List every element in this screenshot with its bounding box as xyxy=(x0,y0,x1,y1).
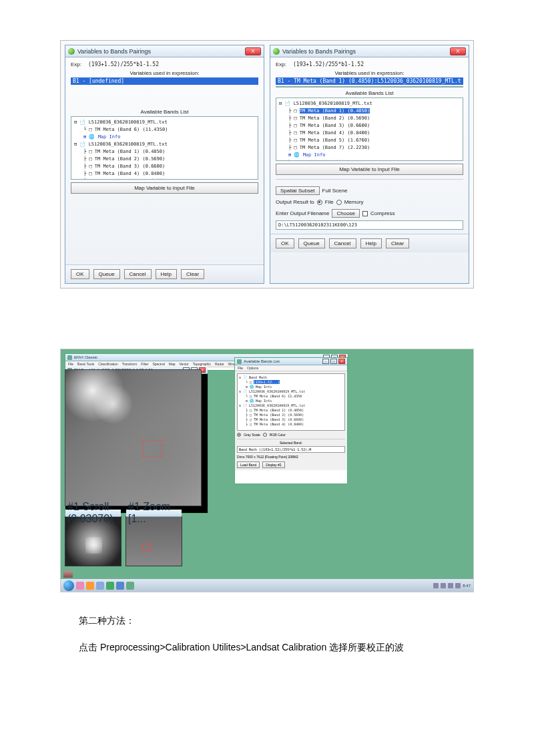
tree-band[interactable]: ├ □ TM Meta (Band 5) (1.6760) xyxy=(74,178,255,180)
taskbar-icon[interactable] xyxy=(126,582,134,590)
cancel-button[interactable]: Cancel xyxy=(329,238,356,248)
taskbar-icon[interactable] xyxy=(116,582,124,590)
enter-filename-label: Enter Output Filename xyxy=(276,210,329,216)
close-icon[interactable]: × xyxy=(338,359,345,364)
clock: 8:47 xyxy=(463,584,471,588)
start-button[interactable] xyxy=(63,580,74,591)
menu-item[interactable]: Filter xyxy=(141,362,148,366)
maximize-icon[interactable]: □ xyxy=(330,359,337,364)
map-variable-button[interactable]: Map Variable to Input File xyxy=(276,164,463,175)
menu-item[interactable]: Transform xyxy=(122,362,138,366)
bands-tree[interactable]: ⊟ 📄 L5120036_03620100819_MTL.txt └ □ TM … xyxy=(71,116,258,180)
gray-radio[interactable] xyxy=(237,433,241,437)
full-scene-label: Full Scene xyxy=(322,188,348,194)
taskbar-icon[interactable] xyxy=(86,582,94,590)
tree-band[interactable]: ├ □ TM Meta (Band 3) (0.6600) xyxy=(74,163,255,170)
help-button[interactable]: Help xyxy=(360,238,382,248)
menu-item[interactable]: Basic Tools xyxy=(77,362,94,366)
tree-band[interactable]: ├ □ TM Meta (Band 4) (0.8400) xyxy=(74,170,255,178)
vars-label: Variables used in expression: xyxy=(276,70,463,76)
bandlist-title: Available Bands List xyxy=(244,359,320,363)
selection-box[interactable] xyxy=(142,440,162,457)
scroll-thumbnail[interactable]: #1 Scroll (0.03070) xyxy=(65,516,121,566)
minimize-icon[interactable]: − xyxy=(322,359,329,364)
tree-mapinfo[interactable]: ⊞ 🌐 Map Info xyxy=(74,134,255,141)
tray-icon[interactable] xyxy=(448,583,453,588)
selected-band-label: Selected Band: xyxy=(237,439,345,445)
tree-file[interactable]: ⊟ 📄 L5120036_03620100819_MTL.txt xyxy=(279,100,460,108)
choose-button[interactable]: Choose xyxy=(332,209,360,218)
tree-mapinfo[interactable]: ⊞ 🌐 Map Info xyxy=(279,152,460,159)
menu-item[interactable]: Options xyxy=(247,366,258,370)
menu-item[interactable]: Radar xyxy=(215,362,224,366)
help-button[interactable]: Help xyxy=(156,269,177,279)
variable-selection[interactable]: B1 - [undefined] xyxy=(71,77,258,85)
scrollbar[interactable] xyxy=(276,86,463,87)
loadband-button[interactable]: Load Band xyxy=(237,461,260,468)
tree-band[interactable]: ├ □ TM Meta (Band 2) (0.5690) xyxy=(279,115,460,122)
ok-button[interactable]: OK xyxy=(71,269,89,279)
tree-file[interactable]: ⊟ 📄 L5120036_03620100819_MTL.txt xyxy=(74,141,255,148)
menu-item[interactable]: Topographic xyxy=(193,362,211,366)
tree-file[interactable]: ⊟ 📄 L5120036_03620100819_MTL.txt xyxy=(74,119,255,126)
display-button[interactable]: Display #2 xyxy=(262,461,284,468)
memory-radio[interactable] xyxy=(336,200,342,205)
window-title: Variables to Bands Pairings xyxy=(282,48,447,55)
tree-band[interactable]: ├ □ TM Meta (Band 4) (0.8400) xyxy=(279,130,460,137)
clear-button[interactable]: Clear xyxy=(386,238,409,248)
cancel-button[interactable]: Cancel xyxy=(124,269,152,279)
menu-item[interactable]: Vector xyxy=(180,362,189,366)
bandlist-menubar[interactable]: File Options xyxy=(235,365,347,371)
tree-band[interactable]: ├ □ TM Meta (Band 7) (2.2230) xyxy=(279,144,460,152)
menu-item[interactable]: Classification xyxy=(98,362,117,366)
taskbar-icon[interactable] xyxy=(96,582,104,590)
file-radio[interactable] xyxy=(317,200,322,205)
exp-value: (193+1.52)/255*b1-1.52 xyxy=(88,61,258,67)
compress-checkbox[interactable] xyxy=(362,211,368,216)
rgb-radio[interactable] xyxy=(263,433,267,437)
figure-desktop: ENVI Classic −□× File Basic Tools Classi… xyxy=(60,349,474,592)
ok-button[interactable]: OK xyxy=(276,238,294,248)
tree-band[interactable]: └ □ TM Meta (Band 6) (11.4350) xyxy=(74,126,255,134)
tray-icon[interactable] xyxy=(455,583,461,588)
satellite-image[interactable] xyxy=(65,369,202,506)
output-result-label: Output Result to xyxy=(276,199,314,205)
tree-file[interactable]: ⊟ 📄 L5120036_03620100819_MTL.txt xyxy=(279,159,460,161)
memory-label: Memory xyxy=(344,199,364,205)
menu-item[interactable]: Map xyxy=(169,362,176,366)
desktop-icon[interactable] xyxy=(63,571,73,578)
tray-icon[interactable] xyxy=(433,583,439,588)
tree-band[interactable]: ├ □ TM Meta (Band 5) (1.6760) xyxy=(279,137,460,144)
variable-selection[interactable]: B1 - TM Meta (Band 1) (0.4850):L5120036_… xyxy=(276,77,463,85)
bandlist-window: Available Bands List −□× File Options ⊟ … xyxy=(234,357,348,484)
bands-tree[interactable]: ⊟ 📄 L5120036_03620100819_MTL.txt ├ □ TM … xyxy=(276,98,463,161)
tree-band[interactable]: ├ □ TM Meta (Band 2) (0.5690) xyxy=(74,156,255,163)
zoom-thumbnail[interactable]: #1 Zoom [1... xyxy=(125,516,182,566)
menu-item[interactable]: Spectral xyxy=(152,362,164,366)
tree-band[interactable]: ├ □ TM Meta (Band 1) (0.4850) xyxy=(279,108,460,115)
bandlist-tree[interactable]: ⊟ 📄 Band Math └ □ (193+1.52...) ⊞ 🌐 Map … xyxy=(237,373,345,431)
app-icon xyxy=(273,48,280,55)
tree-band[interactable]: ├ □ TM Meta (Band 1) (0.4850) xyxy=(74,148,255,156)
file-label: File xyxy=(325,199,334,205)
exp-label: Exp: xyxy=(276,61,290,67)
close-icon[interactable]: X xyxy=(450,47,466,55)
taskbar-icon[interactable] xyxy=(106,582,114,590)
map-variable-button[interactable]: Map Variable to Input File xyxy=(71,182,258,194)
exp-label: Exp: xyxy=(71,61,85,67)
paragraph-method2: 第二种方法： xyxy=(60,611,474,630)
tree-band[interactable]: ├ □ TM Meta (Band 3) (0.6600) xyxy=(279,122,460,130)
spatial-subset-button[interactable]: Spatial Subset xyxy=(276,186,320,195)
filename-input[interactable]: D:\LT512003620102311KE00\123 xyxy=(276,220,463,230)
taskbar-icon[interactable] xyxy=(76,582,84,590)
vars-label: Variables used in expression: xyxy=(71,70,258,76)
window-title: Variables to Bands Pairings xyxy=(77,48,242,55)
menu-item[interactable]: File xyxy=(238,366,243,370)
queue-button[interactable]: Queue xyxy=(93,269,120,279)
menu-item[interactable]: File xyxy=(68,362,73,366)
app-icon xyxy=(68,48,75,55)
close-icon[interactable]: X xyxy=(245,47,261,55)
tray-icon[interactable] xyxy=(441,583,446,588)
queue-button[interactable]: Queue xyxy=(298,238,325,248)
clear-button[interactable]: Clear xyxy=(181,269,204,279)
